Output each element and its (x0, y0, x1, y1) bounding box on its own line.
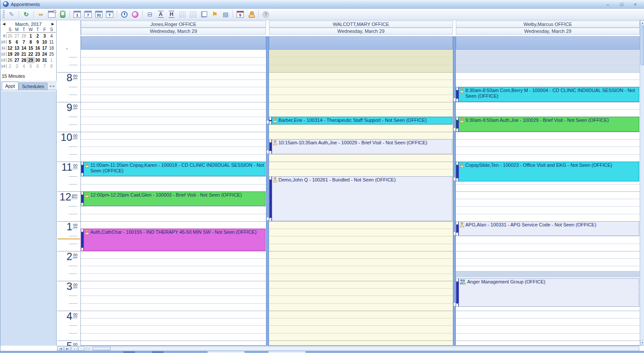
vertical-scroll-thumb[interactable] (641, 26, 644, 65)
grid-line (269, 281, 453, 281)
appointment-block[interactable]: 11:00am-11:20am Copay,Karen - 100018 - C… (81, 162, 266, 177)
appointment-resize-handle-bottom[interactable] (81, 248, 83, 251)
date-header: Wednesday, March 29 (456, 28, 640, 35)
appointment-resize-handle-bottom[interactable] (269, 218, 272, 221)
appointment-resize-handle-bottom[interactable] (456, 178, 458, 181)
scroll-left-arrow[interactable]: ◂ (88, 347, 90, 351)
grid-line (81, 139, 266, 140)
appointment-resize-handle-top[interactable] (456, 221, 458, 225)
gutter-handle[interactable] (266, 217, 269, 221)
grid-line (81, 333, 266, 334)
current-time-indicator (58, 239, 80, 239)
appointment-resize-handle-top[interactable] (81, 191, 83, 195)
scroll-up-button[interactable]: ▲ (640, 20, 644, 26)
person-icon (460, 118, 464, 124)
last-page-button[interactable]: ▶| (64, 347, 70, 351)
appointment-resize-handle-top[interactable] (269, 176, 272, 180)
zoom-in-button[interactable]: + (71, 347, 77, 351)
hour-label: 100 (58, 222, 77, 232)
grid-line (269, 325, 453, 326)
tab-appt[interactable]: Appt (2, 82, 19, 90)
quarter-tick (69, 266, 77, 266)
gutter-handle[interactable] (266, 150, 269, 154)
hour-label: 12pm (58, 192, 77, 202)
appointment-resize-handle-top[interactable] (456, 87, 458, 90)
appointment-content: Demo,John Q - 100261 - Bundled - Not See… (273, 177, 451, 184)
person-icon (85, 192, 89, 199)
gutter-handle[interactable] (453, 232, 456, 235)
appointment-resize-handle-top[interactable] (456, 162, 458, 165)
appointment-resize-handle-top[interactable] (456, 117, 458, 120)
appointment-content: Barber,Erie - 100314 - Therapeutic Staff… (273, 118, 451, 124)
vertical-scrollbar[interactable]: ▲ ▼ (640, 20, 644, 346)
grid-line (269, 340, 453, 341)
all-day-band[interactable] (456, 36, 640, 50)
grid-line (269, 95, 453, 95)
grid-line (269, 65, 453, 65)
appointment-resize-handle-bottom[interactable] (456, 303, 458, 307)
grid-line (456, 251, 640, 251)
appointment-content: 8:30am-8:50am Com,Berry M - 100004 - CD … (460, 88, 638, 99)
appointment-block[interactable]: 10:15am-10:35am Auth,Joe - 100029 - Brie… (269, 139, 452, 154)
appointment-block[interactable]: Barber,Erie - 100314 - Therapeutic Staff… (269, 117, 452, 124)
appointment-block[interactable]: Anger Management Group (OFFICE) (456, 278, 639, 307)
scroll-down-button[interactable]: ▼ (640, 340, 644, 346)
appointment-label: 10:15am-10:35am Auth,Joe - 100029 - Brie… (279, 140, 427, 146)
appointment-resize-handle-top[interactable] (81, 229, 83, 232)
grid-line (81, 132, 266, 132)
appointment-resize-handle-bottom[interactable] (456, 232, 458, 236)
provider-header: WALCOTT,MARY OFFICE (269, 21, 453, 28)
all-day-band[interactable] (269, 36, 453, 50)
appointment-resize-handle-bottom[interactable] (456, 128, 458, 132)
grid-line (81, 296, 266, 296)
grid-line (269, 258, 453, 259)
grid-line (269, 102, 453, 102)
gutter-handle[interactable] (266, 120, 269, 124)
quarter-tick (69, 154, 77, 155)
quarter-tick (69, 206, 77, 207)
appointment-block[interactable]: Auth,CathChar - 100155 - IND THERAPY 45-… (81, 229, 266, 251)
appointment-resize-handle-top[interactable] (81, 162, 83, 165)
gutter-handle[interactable] (453, 127, 456, 131)
horizontal-scrollbar[interactable]: ◂ (87, 347, 639, 351)
grid-line (456, 214, 640, 214)
background-window-fragment (208, 351, 244, 353)
appointment-block[interactable]: CopaySlide,Ten - 100023 - Office Visit a… (456, 162, 639, 181)
appointment-block[interactable]: APG,Alan - 100331 - APG Service Code - N… (456, 221, 639, 236)
first-page-button[interactable]: |◀ (58, 347, 64, 351)
shaded-band (456, 271, 640, 277)
appointment-content: Anger Management Group (OFFICE) (460, 279, 638, 286)
appointment-resize-handle-bottom[interactable] (269, 151, 272, 154)
quarter-tick (69, 303, 77, 304)
appointment-resize-handle-bottom[interactable] (81, 173, 83, 176)
quarter-tick (69, 117, 77, 117)
appointment-resize-handle-top[interactable] (269, 117, 272, 120)
appointment-block[interactable]: 9:30am-9:50am Auth,Joe - 100029 - Brief … (456, 117, 639, 132)
grid-line (269, 251, 453, 251)
quarter-tick (69, 273, 77, 274)
gutter-handle[interactable] (453, 98, 456, 102)
appointment-block[interactable]: Demo,John Q - 100261 - Bundled - Not See… (269, 176, 452, 221)
person-icon (273, 177, 277, 184)
hour-number: 2 (67, 252, 72, 261)
person-icon (85, 162, 89, 169)
appointment-duration-bar (456, 279, 459, 306)
person-icon (460, 162, 464, 169)
appointment-block[interactable]: 12:00pm-12:20pm Caid,Glen - 100003 - Bri… (81, 191, 266, 207)
gutter-handle[interactable] (453, 302, 456, 306)
gutter-handle[interactable] (453, 177, 456, 181)
grid-line (456, 236, 640, 236)
appointment-resize-handle-bottom[interactable] (456, 99, 458, 102)
appointment-resize-handle-bottom[interactable] (269, 121, 272, 124)
appointment-resize-handle-top[interactable] (456, 278, 458, 282)
all-day-band[interactable] (81, 36, 266, 50)
horizontal-scroll-thumb[interactable] (93, 347, 111, 350)
grid-line (81, 109, 266, 110)
appointment-resize-handle-bottom[interactable] (81, 203, 83, 206)
zoom-out-button[interactable]: − (78, 347, 84, 351)
appointment-resize-handle-top[interactable] (269, 139, 272, 143)
quarter-tick (69, 333, 77, 334)
grid-line (81, 117, 266, 117)
appointment-block[interactable]: 8:30am-8:50am Com,Berry M - 100004 - CD … (456, 87, 639, 102)
grid-line (269, 296, 453, 296)
